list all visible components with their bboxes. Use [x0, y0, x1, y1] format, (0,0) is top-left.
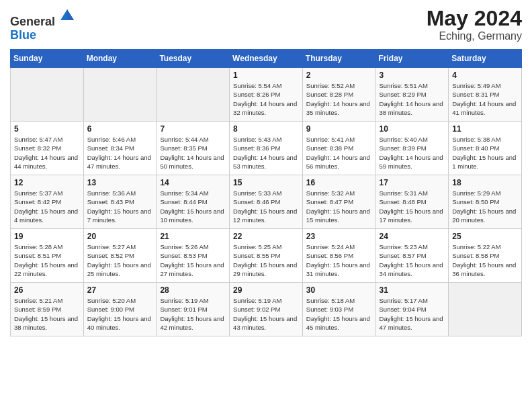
day-info: Sunrise: 5:33 AM Sunset: 8:46 PM Dayligh…: [233, 189, 299, 224]
day-number: 19: [14, 232, 80, 241]
calendar-cell: 31Sunrise: 5:17 AM Sunset: 9:04 PM Dayli…: [375, 283, 449, 336]
title-area: May 2024 Eching, Germany: [427, 7, 522, 42]
calendar-cell: 17Sunrise: 5:31 AM Sunset: 8:48 PM Dayli…: [375, 175, 449, 229]
day-info: Sunrise: 5:37 AM Sunset: 8:42 PM Dayligh…: [14, 189, 80, 224]
calendar-cell: 22Sunrise: 5:25 AM Sunset: 8:55 PM Dayli…: [230, 229, 303, 283]
day-info: Sunrise: 5:44 AM Sunset: 8:35 PM Dayligh…: [160, 135, 226, 171]
day-number: 30: [306, 285, 372, 295]
calendar-cell: 19Sunrise: 5:28 AM Sunset: 8:51 PM Dayli…: [11, 229, 84, 283]
day-number: 8: [233, 124, 299, 134]
day-info: Sunrise: 5:26 AM Sunset: 8:53 PM Dayligh…: [160, 242, 226, 278]
logo-blue-text: Blue: [10, 28, 36, 42]
day-info: Sunrise: 5:28 AM Sunset: 8:51 PM Dayligh…: [14, 242, 80, 278]
day-number: 31: [380, 285, 445, 295]
day-info: Sunrise: 5:20 AM Sunset: 9:00 PM Dayligh…: [87, 296, 153, 332]
column-header-friday: Friday: [375, 50, 449, 68]
day-info: Sunrise: 5:25 AM Sunset: 8:55 PM Dayligh…: [233, 242, 299, 278]
header: General Blue May 2024 Eching, Germany: [10, 7, 522, 42]
logo-icon: [56, 7, 75, 26]
calendar-week-row: 19Sunrise: 5:28 AM Sunset: 8:51 PM Dayli…: [11, 229, 522, 283]
day-info: Sunrise: 5:29 AM Sunset: 8:50 PM Dayligh…: [452, 189, 518, 224]
calendar-cell: [83, 68, 157, 122]
day-number: 17: [380, 178, 445, 187]
day-info: Sunrise: 5:17 AM Sunset: 9:04 PM Dayligh…: [380, 296, 445, 332]
calendar-cell: 25Sunrise: 5:22 AM Sunset: 8:58 PM Dayli…: [449, 229, 522, 283]
day-number: 25: [452, 232, 518, 241]
day-number: 13: [87, 178, 153, 187]
day-info: Sunrise: 5:34 AM Sunset: 8:44 PM Dayligh…: [160, 189, 226, 224]
calendar-cell: 8Sunrise: 5:43 AM Sunset: 8:36 PM Daylig…: [230, 122, 303, 175]
day-info: Sunrise: 5:18 AM Sunset: 9:03 PM Dayligh…: [306, 296, 372, 332]
day-number: 1: [233, 71, 299, 80]
calendar-week-row: 1Sunrise: 5:54 AM Sunset: 8:26 PM Daylig…: [11, 68, 522, 122]
day-number: 18: [452, 178, 518, 187]
calendar-cell: 27Sunrise: 5:20 AM Sunset: 9:00 PM Dayli…: [83, 283, 157, 336]
day-info: Sunrise: 5:19 AM Sunset: 9:01 PM Dayligh…: [160, 296, 226, 332]
day-number: 26: [14, 285, 80, 295]
day-number: 11: [452, 124, 518, 134]
day-number: 28: [160, 285, 226, 295]
calendar-cell: [11, 68, 84, 122]
day-info: Sunrise: 5:21 AM Sunset: 8:59 PM Dayligh…: [14, 296, 80, 332]
column-header-wednesday: Wednesday: [230, 50, 303, 68]
calendar-cell: 6Sunrise: 5:46 AM Sunset: 8:34 PM Daylig…: [83, 122, 157, 175]
logo: General Blue: [10, 7, 75, 42]
day-info: Sunrise: 5:54 AM Sunset: 8:26 PM Dayligh…: [233, 81, 299, 117]
calendar-cell: 3Sunrise: 5:51 AM Sunset: 8:29 PM Daylig…: [375, 68, 449, 122]
day-info: Sunrise: 5:51 AM Sunset: 8:29 PM Dayligh…: [380, 81, 445, 117]
day-info: Sunrise: 5:49 AM Sunset: 8:31 PM Dayligh…: [452, 81, 518, 117]
month-year-title: May 2024: [427, 7, 522, 30]
day-number: 24: [380, 232, 445, 241]
day-info: Sunrise: 5:27 AM Sunset: 8:52 PM Dayligh…: [87, 242, 153, 278]
day-info: Sunrise: 5:43 AM Sunset: 8:36 PM Dayligh…: [233, 135, 299, 171]
day-number: 27: [87, 285, 153, 295]
day-info: Sunrise: 5:31 AM Sunset: 8:48 PM Dayligh…: [380, 189, 445, 224]
calendar-cell: 11Sunrise: 5:38 AM Sunset: 8:40 PM Dayli…: [449, 122, 522, 175]
day-number: 6: [87, 124, 153, 134]
calendar-table: SundayMondayTuesdayWednesdayThursdayFrid…: [10, 49, 522, 336]
day-number: 14: [160, 178, 226, 187]
day-number: 20: [87, 232, 153, 241]
day-info: Sunrise: 5:46 AM Sunset: 8:34 PM Dayligh…: [87, 135, 153, 171]
calendar-cell: 23Sunrise: 5:24 AM Sunset: 8:56 PM Dayli…: [302, 229, 375, 283]
day-info: Sunrise: 5:24 AM Sunset: 8:56 PM Dayligh…: [306, 242, 372, 278]
column-header-thursday: Thursday: [302, 50, 375, 68]
day-number: 12: [14, 178, 80, 187]
calendar-cell: 18Sunrise: 5:29 AM Sunset: 8:50 PM Dayli…: [449, 175, 522, 229]
calendar-cell: [449, 283, 522, 336]
day-number: 16: [306, 178, 372, 187]
calendar-cell: 12Sunrise: 5:37 AM Sunset: 8:42 PM Dayli…: [11, 175, 84, 229]
calendar-header-row: SundayMondayTuesdayWednesdayThursdayFrid…: [11, 50, 522, 68]
calendar-cell: 7Sunrise: 5:44 AM Sunset: 8:35 PM Daylig…: [157, 122, 230, 175]
day-info: Sunrise: 5:19 AM Sunset: 9:02 PM Dayligh…: [233, 296, 299, 332]
calendar-cell: 30Sunrise: 5:18 AM Sunset: 9:03 PM Dayli…: [302, 283, 375, 336]
day-info: Sunrise: 5:36 AM Sunset: 8:43 PM Dayligh…: [87, 189, 153, 224]
calendar-cell: 13Sunrise: 5:36 AM Sunset: 8:43 PM Dayli…: [83, 175, 157, 229]
calendar-week-row: 12Sunrise: 5:37 AM Sunset: 8:42 PM Dayli…: [11, 175, 522, 229]
calendar-cell: 26Sunrise: 5:21 AM Sunset: 8:59 PM Dayli…: [11, 283, 84, 336]
column-header-monday: Monday: [83, 50, 157, 68]
calendar-cell: 21Sunrise: 5:26 AM Sunset: 8:53 PM Dayli…: [157, 229, 230, 283]
calendar-cell: 14Sunrise: 5:34 AM Sunset: 8:44 PM Dayli…: [157, 175, 230, 229]
column-header-sunday: Sunday: [11, 50, 84, 68]
calendar-cell: 2Sunrise: 5:52 AM Sunset: 8:28 PM Daylig…: [302, 68, 375, 122]
day-number: 2: [306, 71, 372, 80]
day-info: Sunrise: 5:22 AM Sunset: 8:58 PM Dayligh…: [452, 242, 518, 278]
day-info: Sunrise: 5:52 AM Sunset: 8:28 PM Dayligh…: [306, 81, 372, 117]
calendar-cell: 24Sunrise: 5:23 AM Sunset: 8:57 PM Dayli…: [375, 229, 449, 283]
calendar-cell: 20Sunrise: 5:27 AM Sunset: 8:52 PM Dayli…: [83, 229, 157, 283]
calendar-cell: 29Sunrise: 5:19 AM Sunset: 9:02 PM Dayli…: [230, 283, 303, 336]
day-number: 29: [233, 285, 299, 295]
day-number: 15: [233, 178, 299, 187]
day-number: 23: [306, 232, 372, 241]
calendar-cell: 1Sunrise: 5:54 AM Sunset: 8:26 PM Daylig…: [230, 68, 303, 122]
calendar-cell: [157, 68, 230, 122]
day-info: Sunrise: 5:47 AM Sunset: 8:32 PM Dayligh…: [14, 135, 80, 171]
column-header-tuesday: Tuesday: [157, 50, 230, 68]
day-number: 22: [233, 232, 299, 241]
day-number: 5: [14, 124, 80, 134]
day-number: 10: [380, 124, 445, 134]
day-number: 7: [160, 124, 226, 134]
day-info: Sunrise: 5:40 AM Sunset: 8:39 PM Dayligh…: [380, 135, 445, 171]
calendar-cell: 4Sunrise: 5:49 AM Sunset: 8:31 PM Daylig…: [449, 68, 522, 122]
